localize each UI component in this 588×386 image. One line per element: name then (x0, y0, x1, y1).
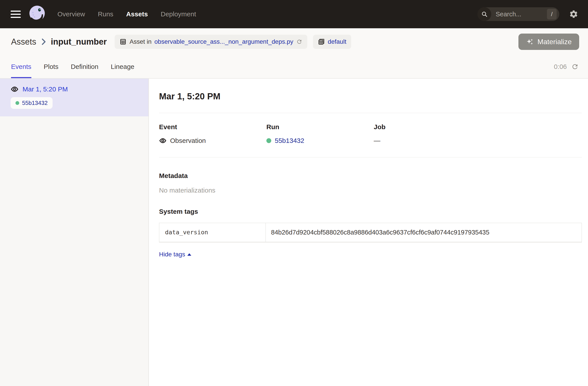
asset-file-link[interactable]: observable_source_ass..._non_argument_de… (154, 38, 293, 45)
system-tags-table: data_version 84b26d7d9204cbf588026c8a988… (159, 223, 582, 243)
event-type-label: Observation (170, 137, 206, 144)
refresh-icon[interactable] (571, 63, 579, 70)
asset-tabs: Events Plots Definition Lineage 0:06 (0, 55, 588, 79)
materialize-label: Materialize (537, 38, 572, 46)
run-id-pill[interactable]: 55b13432 (11, 97, 53, 109)
menu-icon[interactable] (11, 11, 21, 18)
sparkle-icon (526, 38, 534, 46)
event-detail-panel: Mar 1, 5:20 PM Event Observation Run 55b… (149, 79, 588, 386)
search-input[interactable] (491, 11, 547, 18)
nav-item-deployment[interactable]: Deployment (161, 10, 196, 18)
job-column-label: Job (374, 123, 481, 131)
hide-tags-link[interactable]: Hide tags (159, 251, 191, 258)
refresh-icon[interactable] (296, 39, 302, 45)
metadata-heading: Metadata (159, 172, 582, 180)
repo-pill: default (313, 35, 351, 49)
status-dot (266, 138, 271, 143)
global-search[interactable]: / (478, 7, 559, 21)
nav-item-overview[interactable]: Overview (57, 10, 85, 18)
top-navbar: Overview Runs Assets Deployment / (0, 0, 588, 28)
status-dot (16, 101, 19, 105)
primary-nav: Overview Runs Assets Deployment (57, 10, 196, 18)
job-column: Job — (374, 123, 481, 144)
search-icon (478, 7, 491, 21)
hide-tags-label: Hide tags (159, 251, 185, 258)
page-title: input_number (51, 37, 107, 47)
gear-icon[interactable] (569, 9, 578, 19)
asset-grid-icon (120, 38, 126, 45)
run-column: Run 55b13432 (266, 123, 374, 144)
tag-value-cell: 84b26d7d9204cbf588026c8a9886d403a6c9637c… (266, 223, 582, 242)
asset-definition-pill: Asset in observable_source_ass..._non_ar… (115, 35, 307, 49)
event-column-label: Event (159, 123, 266, 131)
eye-icon (11, 85, 19, 93)
asset-pill-prefix: Asset in (129, 38, 151, 45)
event-column: Event Observation (159, 123, 266, 144)
dagster-logo[interactable] (27, 4, 47, 24)
tag-key-cell: data_version (159, 223, 266, 242)
caret-up-icon (187, 253, 191, 256)
event-list-item[interactable]: Mar 1, 5:20 PM 55b13432 (0, 79, 148, 116)
breadcrumb-row: Assets input_number Asset in observable_… (0, 28, 588, 55)
run-column-label: Run (266, 123, 374, 131)
job-empty-value: — (374, 137, 380, 144)
repo-grid-icon (318, 38, 325, 45)
refresh-countdown: 0:06 (554, 63, 567, 70)
system-tags-heading: System tags (159, 208, 582, 215)
chevron-right-icon (41, 38, 46, 45)
content-area: Mar 1, 5:20 PM 55b13432 Mar 1, 5:20 PM E… (0, 79, 588, 386)
metadata-empty-text: No materializations (159, 187, 582, 194)
nav-item-assets[interactable]: Assets (126, 10, 148, 18)
tab-events[interactable]: Events (11, 55, 31, 78)
event-timestamp-link[interactable]: Mar 1, 5:20 PM (22, 85, 68, 93)
repo-default-link[interactable]: default (328, 38, 346, 45)
run-id-label: 55b13432 (22, 100, 48, 106)
tab-definition[interactable]: Definition (71, 55, 98, 78)
tab-plots[interactable]: Plots (44, 55, 59, 78)
breadcrumb-assets-link[interactable]: Assets (11, 37, 36, 47)
event-summary-columns: Event Observation Run 55b13432 Job — (159, 123, 582, 144)
divider (159, 113, 582, 113)
materialize-button[interactable]: Materialize (518, 34, 579, 50)
divider (159, 157, 582, 158)
event-heading: Mar 1, 5:20 PM (159, 91, 582, 101)
eye-icon (159, 137, 167, 144)
tab-lineage[interactable]: Lineage (111, 55, 134, 78)
search-shortcut-key: / (547, 9, 557, 20)
nav-item-runs[interactable]: Runs (98, 10, 113, 18)
run-id-link[interactable]: 55b13432 (275, 137, 304, 144)
event-list-sidebar: Mar 1, 5:20 PM 55b13432 (0, 79, 149, 386)
